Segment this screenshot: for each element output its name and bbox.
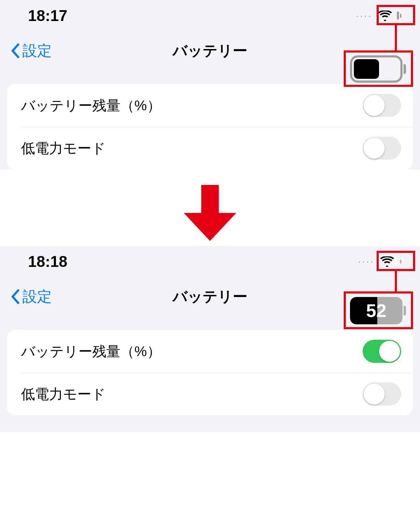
annotation-highlight-large-battery (344, 50, 413, 87)
status-time: 18:17 (28, 7, 68, 25)
low-power-toggle[interactable] (363, 382, 401, 406)
annotation-connector (395, 271, 397, 292)
back-label: 設定 (22, 287, 52, 306)
arrow-down-icon (184, 185, 236, 241)
page-title: バッテリー (173, 287, 247, 306)
low-power-row: 低電力モード (7, 373, 413, 415)
low-power-toggle[interactable] (363, 137, 401, 160)
page-title: バッテリー (173, 41, 247, 61)
low-power-label: 低電力モード (21, 385, 106, 404)
settings-card: バッテリー残量（%） 低電力モード (7, 84, 413, 170)
annotation-highlight-small-battery (377, 251, 415, 271)
transition-arrow-area (0, 178, 420, 246)
annotation-connector (395, 25, 397, 51)
low-power-label: 低電力モード (21, 139, 106, 158)
status-bar: 18:18 ···· 52 (0, 246, 420, 277)
battery-percent-label: バッテリー残量（%） (21, 342, 161, 361)
after-panel: 18:18 ···· 52 (0, 246, 420, 432)
back-button[interactable]: 設定 (10, 41, 52, 61)
chevron-left-icon (10, 43, 20, 58)
signal-dots-icon: ···· (358, 256, 374, 267)
status-time: 18:18 (28, 253, 68, 270)
settings-card: バッテリー残量（%） 低電力モード (7, 330, 413, 415)
battery-percent-row: バッテリー残量（%） (7, 330, 413, 373)
battery-percent-label: バッテリー残量（%） (21, 96, 161, 115)
back-button[interactable]: 設定 (10, 287, 52, 306)
status-bar: 18:17 ···· (0, 0, 420, 32)
low-power-row: 低電力モード (7, 127, 413, 170)
annotation-highlight-small-battery (377, 5, 415, 25)
battery-percent-row: バッテリー残量（%） (7, 84, 413, 127)
back-label: 設定 (22, 41, 52, 61)
chevron-left-icon (10, 289, 20, 304)
battery-percent-toggle[interactable] (363, 340, 401, 363)
signal-dots-icon: ···· (356, 10, 372, 21)
annotation-highlight-large-battery (344, 291, 413, 329)
battery-percent-toggle[interactable] (363, 94, 401, 117)
before-panel: 18:17 ···· (0, 0, 420, 170)
